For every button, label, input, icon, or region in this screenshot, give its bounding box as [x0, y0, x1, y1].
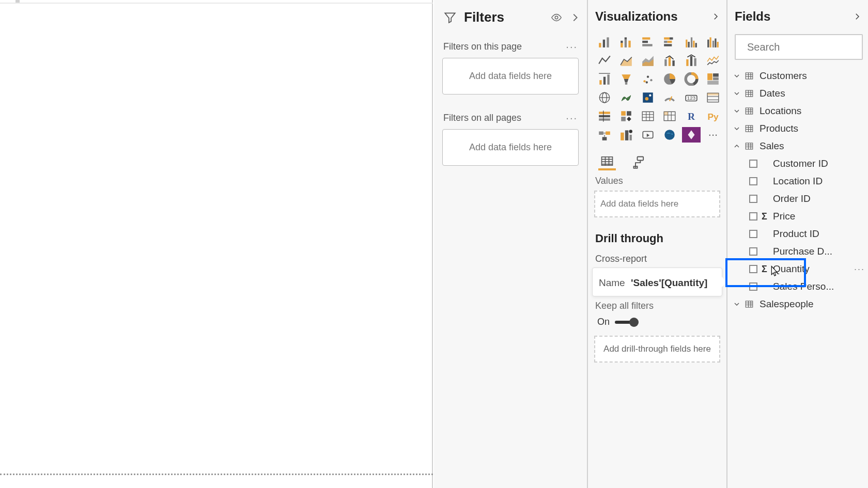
svg-rect-80	[606, 132, 610, 135]
more-icon[interactable]: ···	[566, 41, 578, 53]
viz-type-6[interactable]	[595, 53, 614, 68]
viz-type-5[interactable]	[704, 34, 722, 50]
svg-rect-67	[642, 112, 654, 120]
field-checkbox[interactable]	[749, 247, 757, 256]
svg-rect-15	[668, 41, 672, 43]
fields-tab[interactable]	[598, 154, 616, 170]
svg-rect-5	[621, 41, 623, 43]
field-purchase-d-[interactable]: ΣPurchase D...	[727, 243, 868, 260]
viz-type-25[interactable]	[617, 108, 636, 124]
table-name-label: Salespeople	[760, 298, 814, 310]
sigma-icon: Σ	[762, 211, 771, 222]
filters-header: Filters	[434, 9, 587, 37]
svg-rect-21	[695, 43, 697, 48]
viz-type-26[interactable]	[639, 108, 657, 124]
field-location-id[interactable]: ΣLocation ID	[727, 172, 868, 190]
viz-type-15[interactable]	[660, 71, 679, 87]
field-checkbox[interactable]	[749, 265, 757, 273]
filters-page-dropzone[interactable]: Add data fields here	[442, 58, 579, 95]
table-sales[interactable]: Sales	[727, 137, 868, 155]
table-salespeople[interactable]: Salespeople	[727, 295, 868, 313]
sigma-icon: Σ	[762, 264, 771, 275]
field-order-id[interactable]: ΣOrder ID	[727, 190, 868, 208]
field-checkbox[interactable]	[749, 212, 757, 221]
viz-type-4[interactable]	[682, 34, 701, 50]
table-customers[interactable]: Customers	[727, 67, 868, 85]
table-name-label: Products	[760, 123, 798, 134]
viz-type-1[interactable]	[617, 34, 636, 50]
viz-type-7[interactable]	[617, 53, 636, 68]
toggle-state-label: On	[597, 317, 610, 327]
viz-type-10[interactable]	[682, 53, 701, 68]
drag-tooltip: Name 'Sales'[Quantity]	[592, 267, 722, 296]
viz-type-powerapps[interactable]	[682, 127, 701, 143]
field-name-label: Location ID	[773, 176, 823, 187]
filters-all-dropzone[interactable]: Add data fields here	[442, 129, 579, 166]
viz-type-16[interactable]	[682, 71, 701, 87]
svg-rect-98	[638, 157, 644, 161]
report-canvas[interactable]	[0, 0, 433, 488]
viz-type-28[interactable]: R	[682, 108, 701, 124]
field-checkbox[interactable]	[749, 282, 757, 291]
viz-more-icon[interactable]: ···	[704, 127, 722, 143]
fields-search[interactable]	[735, 34, 863, 60]
viz-type-8[interactable]	[639, 53, 657, 68]
table-products[interactable]: Products	[727, 120, 868, 137]
viz-type-17[interactable]	[704, 71, 722, 87]
viz-type-19[interactable]	[617, 90, 636, 105]
search-input[interactable]	[747, 41, 868, 53]
viz-type-22[interactable]: 123	[682, 90, 701, 105]
viz-type-13[interactable]	[617, 71, 636, 87]
svg-rect-22	[707, 40, 709, 48]
chevron-right-icon[interactable]	[569, 12, 581, 23]
more-icon[interactable]: ···	[566, 112, 578, 124]
table-locations[interactable]: Locations	[727, 102, 868, 120]
drill-dropzone[interactable]: Add drill-through fields here	[594, 336, 720, 363]
svg-point-51	[645, 97, 649, 101]
viz-type-24[interactable]	[595, 108, 614, 124]
svg-rect-10	[642, 41, 648, 43]
field-product-id[interactable]: ΣProduct ID	[727, 225, 868, 243]
table-name-label: Dates	[760, 88, 785, 99]
field-quantity[interactable]: ΣQuantity···	[727, 260, 868, 278]
viz-type-0[interactable]	[595, 34, 614, 50]
svg-rect-9	[642, 37, 650, 39]
chevron-right-icon[interactable]	[711, 12, 720, 21]
field-price[interactable]: ΣPrice	[727, 208, 868, 225]
table-name-label: Sales	[760, 140, 784, 152]
more-icon[interactable]: ···	[854, 264, 865, 275]
field-checkbox[interactable]	[749, 177, 757, 185]
table-dates[interactable]: Dates	[727, 85, 868, 102]
viz-type-33[interactable]	[660, 127, 679, 143]
field-customer-id[interactable]: ΣCustomer ID	[727, 155, 868, 172]
eye-icon[interactable]	[551, 12, 562, 23]
field-sales-perso-[interactable]: ΣSales Perso...	[727, 278, 868, 295]
viz-type-31[interactable]	[617, 127, 636, 143]
viz-type-3[interactable]	[660, 34, 679, 50]
values-dropzone[interactable]: Add data fields here	[594, 191, 720, 217]
viz-type-23[interactable]	[704, 90, 722, 105]
field-checkbox[interactable]	[749, 160, 757, 168]
field-checkbox[interactable]	[749, 230, 757, 238]
viz-type-20[interactable]	[639, 90, 657, 105]
viz-type-32[interactable]	[639, 127, 657, 143]
keep-filters-toggle[interactable]	[615, 321, 637, 324]
field-checkbox[interactable]	[749, 195, 757, 203]
viz-type-14[interactable]	[639, 71, 657, 87]
viz-type-21[interactable]	[660, 90, 679, 105]
viz-type-18[interactable]	[595, 90, 614, 105]
viz-type-30[interactable]	[595, 127, 614, 143]
chevron-right-icon[interactable]	[853, 12, 862, 21]
viz-type-2[interactable]	[639, 34, 657, 50]
viz-type-27[interactable]	[660, 108, 679, 124]
viz-type-29[interactable]: Py	[704, 108, 722, 124]
svg-text:123: 123	[687, 95, 695, 101]
svg-rect-18	[688, 42, 690, 48]
svg-rect-13	[670, 37, 673, 39]
svg-point-0	[555, 16, 558, 19]
format-tab[interactable]	[630, 154, 648, 170]
viz-type-11[interactable]	[704, 53, 722, 68]
viz-type-9[interactable]	[660, 53, 679, 68]
viz-type-12[interactable]	[595, 71, 614, 87]
svg-marker-89	[647, 134, 649, 137]
